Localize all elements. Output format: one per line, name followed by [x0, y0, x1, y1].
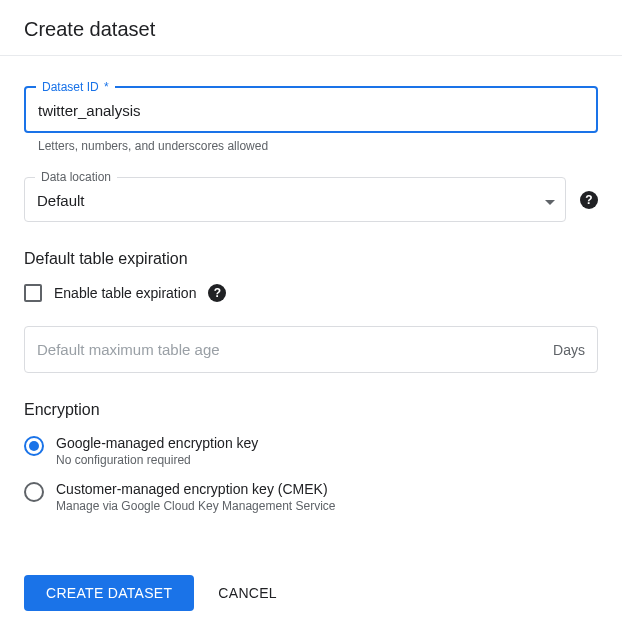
help-icon[interactable]: ? — [208, 284, 226, 302]
dataset-id-field-group: Dataset ID * Letters, numbers, and under… — [24, 86, 598, 153]
data-location-label: Data location — [35, 170, 117, 184]
dialog-title: Create dataset — [0, 0, 622, 56]
encryption-option-description: No configuration required — [56, 453, 258, 467]
encryption-option-description: Manage via Google Cloud Key Management S… — [56, 499, 336, 513]
encryption-option-label: Google-managed encryption key — [56, 435, 258, 451]
dialog-actions: CREATE DATASET CANCEL — [0, 527, 622, 635]
expiration-section-title: Default table expiration — [24, 250, 598, 268]
data-location-select[interactable]: Data location Default — [24, 177, 566, 222]
encryption-option-cmek[interactable]: Customer-managed encryption key (CMEK) M… — [24, 481, 598, 513]
enable-expiration-checkbox[interactable] — [24, 284, 42, 302]
dataset-id-input[interactable] — [38, 102, 584, 119]
max-table-age-placeholder: Default maximum table age — [37, 341, 220, 358]
enable-expiration-label: Enable table expiration — [54, 285, 196, 301]
cancel-button[interactable]: CANCEL — [218, 585, 277, 601]
enable-expiration-row[interactable]: Enable table expiration ? — [24, 284, 598, 302]
dialog-body: Dataset ID * Letters, numbers, and under… — [0, 56, 622, 513]
create-dataset-dialog: Create dataset Dataset ID * Letters, num… — [0, 0, 622, 635]
create-dataset-button[interactable]: CREATE DATASET — [24, 575, 194, 611]
radio-checked-icon[interactable] — [24, 436, 44, 456]
dataset-id-field[interactable]: Dataset ID * — [24, 86, 598, 133]
data-location-value: Default — [37, 192, 529, 209]
max-table-age-input[interactable]: Default maximum table age Days — [24, 326, 598, 373]
chevron-down-icon — [545, 192, 555, 208]
dataset-id-helper: Letters, numbers, and underscores allowe… — [24, 139, 598, 153]
radio-unchecked-icon[interactable] — [24, 482, 44, 502]
dataset-id-label: Dataset ID * — [36, 80, 115, 94]
required-asterisk: * — [104, 80, 109, 94]
encryption-option-label: Customer-managed encryption key (CMEK) — [56, 481, 336, 497]
max-table-age-suffix: Days — [553, 342, 585, 358]
encryption-section-title: Encryption — [24, 401, 598, 419]
data-location-field-group: Data location Default ? — [24, 171, 598, 222]
encryption-option-google[interactable]: Google-managed encryption key No configu… — [24, 435, 598, 467]
help-icon[interactable]: ? — [580, 191, 598, 209]
